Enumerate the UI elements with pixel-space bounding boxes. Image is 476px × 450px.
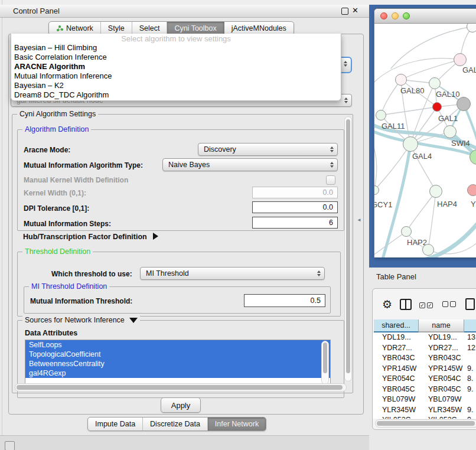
network-node-gal1[interactable]: [432, 102, 442, 112]
float-window-icon[interactable]: [341, 8, 348, 15]
tab-label: Impute Data: [95, 420, 135, 428]
table-row[interactable]: YBL079WYBL079W: [373, 394, 476, 405]
app-root: Control Panel ✕ NetworkStyleSelectCyni T…: [0, 0, 476, 450]
network-node-gal80[interactable]: [395, 74, 407, 86]
tab-cyni-toolbox[interactable]: Cyni Toolbox: [167, 22, 224, 35]
table-cell: 13: [467, 333, 475, 341]
spinner-arrows-icon: [330, 162, 334, 168]
tab-network[interactable]: Network: [49, 22, 101, 35]
mi-threshold-input[interactable]: 0.5: [244, 294, 325, 307]
close-window-icon[interactable]: [380, 12, 387, 19]
data-attribute-item[interactable]: gal4RGexp: [25, 369, 330, 378]
table-panel: ⚙ ✓✓ shared...nameA YDL19...YDL19...13YD…: [372, 288, 476, 430]
select-all-checkboxes-icon[interactable]: ✓✓: [419, 299, 435, 309]
table-row[interactable]: YLR345WYLR345W9.: [373, 405, 476, 416]
tab-infer-network[interactable]: Infer Network: [208, 418, 266, 431]
apply-button[interactable]: Apply: [161, 397, 201, 413]
table-row[interactable]: YPR145WYPR145W9.: [373, 364, 476, 374]
algorithm-option[interactable]: Basic Correlation Inference: [11, 53, 341, 62]
table-cell: 9.: [467, 364, 473, 373]
spinner-arrows-icon: [317, 270, 321, 276]
export-table-icon[interactable]: [465, 298, 475, 310]
algorithm-option[interactable]: Mutual Information Inference: [11, 71, 341, 81]
table-cell: YBL079W: [382, 395, 415, 403]
zoom-window-icon[interactable]: [403, 12, 410, 19]
network-node-gal4[interactable]: [403, 136, 418, 152]
network-node[interactable]: [457, 97, 471, 111]
algorithm-dropdown-items: Bayesian – Hill ClimbingBasic Correlatio…: [11, 43, 341, 100]
column-header[interactable]: shared...: [374, 319, 419, 332]
attributes-list-scrollbar[interactable]: [321, 341, 329, 384]
table-row[interactable]: YBR045CYBR045C9.: [373, 384, 476, 395]
table-row[interactable]: YDR27...YDR27...12: [373, 343, 476, 354]
mi-algorithm-type-combo[interactable]: Naive Bayes: [162, 158, 338, 171]
network-node[interactable]: [422, 244, 434, 256]
split-table-icon[interactable]: [400, 299, 412, 310]
threshold-definition-group: Threshold Definition Which threshold to …: [17, 252, 341, 317]
deselect-checkboxes-icon[interactable]: [442, 299, 458, 309]
tab-select[interactable]: Select: [132, 22, 168, 35]
table-row[interactable]: YIL052CYIL052C9: [373, 415, 476, 419]
data-attribute-item[interactable]: TopologicalCoefficient: [25, 350, 330, 359]
column-header[interactable]: A: [464, 319, 476, 332]
table-cell: YPR145W: [428, 364, 462, 373]
network-node-hap4[interactable]: [429, 185, 442, 198]
manual-kernel-checkbox[interactable]: [326, 175, 335, 185]
settings-group-title: Cyni Algorithm Settings: [17, 110, 98, 118]
tab-label: Discretize Data: [150, 420, 200, 428]
which-threshold-label: Which threshold to use:: [51, 270, 132, 278]
data-attribute-item[interactable]: SelfLoops: [25, 340, 330, 350]
tab-jactivemnodules[interactable]: jActiveMNodules: [224, 22, 294, 35]
close-panel-icon[interactable]: ✕: [352, 6, 358, 15]
kernel-width-input[interactable]: 0.0: [252, 187, 338, 198]
bottom-strip: [0, 435, 369, 450]
algorithm-dropdown-popup: Select algorithm to view settings Bayesi…: [11, 34, 341, 101]
algorithm-option[interactable]: Dream8 DC_TDC Algorithm: [11, 90, 341, 100]
settings-vscrollbar[interactable]: [344, 116, 352, 381]
algorithm-option[interactable]: Bayesian – K2: [11, 81, 341, 90]
table-row[interactable]: YBR043CYBR043C: [373, 353, 476, 364]
network-node-gal11[interactable]: [376, 110, 386, 120]
tab-style[interactable]: Style: [101, 22, 132, 35]
data-attribute-item[interactable]: BetweennessCentrality: [25, 359, 330, 369]
network-node-swi4[interactable]: [444, 125, 457, 138]
table-cell: YLR345W: [382, 406, 416, 414]
mi-algorithm-type-value: Naive Bayes: [168, 161, 210, 169]
table-cell: YIL052C: [428, 416, 457, 419]
splitter-collapse-icon[interactable]: ◄: [357, 217, 361, 223]
expand-right-icon: [153, 233, 158, 240]
table-hscrollbar[interactable]: [375, 419, 476, 428]
network-canvas[interactable]: GALGAL80GAL10GAL1GAL11SWI4GAL4GCY1HAP4YH…: [374, 24, 476, 257]
network-window-titlebar: [374, 9, 476, 24]
mi-steps-input[interactable]: 6: [252, 217, 338, 229]
bottom-tabs: Impute DataDiscretize DataInfer Network: [87, 417, 266, 431]
collapsed-panel-icon[interactable]: [5, 441, 15, 450]
mi-steps-label: Mutual Information Steps:: [24, 220, 111, 228]
network-window[interactable]: GALGAL80GAL10GAL1GAL11SWI4GAL4GCY1HAP4YH…: [374, 8, 476, 257]
tab-impute-data[interactable]: Impute Data: [88, 418, 143, 431]
dpi-tolerance-input[interactable]: 0.0: [252, 201, 338, 213]
algorithm-option[interactable]: ARACNE Algorithm: [11, 62, 341, 71]
hub-definition-toggle[interactable]: Hub/Transcription Factor Definition: [23, 233, 158, 241]
spinner-arrows-icon: [344, 97, 348, 103]
settings-hscrollbar[interactable]: [15, 383, 347, 392]
tab-discretize-data[interactable]: Discretize Data: [143, 418, 208, 431]
algorithm-option[interactable]: Bayesian – Hill Climbing: [11, 43, 341, 53]
data-attributes-list: SelfLoopsTopologicalCoefficientBetweenne…: [25, 340, 331, 387]
minimize-window-icon[interactable]: [392, 12, 399, 19]
sources-toggle[interactable]: Sources for Network Inference: [22, 316, 140, 324]
node-label: GAL4: [412, 152, 432, 161]
table-row[interactable]: YER054CYER054C8.: [373, 374, 476, 384]
which-threshold-combo[interactable]: MI Threshold: [140, 267, 325, 280]
network-node-y[interactable]: [467, 184, 476, 196]
network-node-gal10[interactable]: [429, 77, 441, 89]
table-cell: YER054C: [382, 374, 415, 383]
aracne-mode-combo[interactable]: Discovery: [198, 143, 338, 156]
mi-threshold-definition-title: MI Threshold Definition: [29, 282, 109, 291]
column-header[interactable]: name: [419, 319, 464, 332]
settings-gear-icon[interactable]: ⚙: [382, 299, 392, 310]
node-label: GAL11: [382, 122, 405, 131]
network-node-hap2[interactable]: [401, 226, 412, 237]
network-node-gal[interactable]: [454, 53, 467, 66]
table-row[interactable]: YDL19...YDL19...13: [373, 332, 476, 343]
